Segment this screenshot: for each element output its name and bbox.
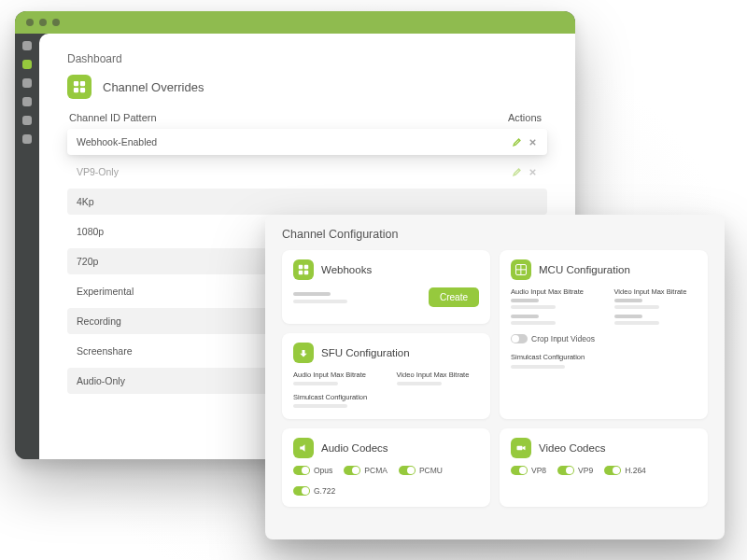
field-label: Simulcast Configuration — [511, 353, 697, 361]
table-row[interactable]: 4Kp — [67, 189, 547, 215]
card-video-codecs: Video Codecs VP8 VP9 H.264 — [500, 428, 708, 507]
table-row[interactable]: Webhook-Enabled — [67, 129, 547, 155]
window-dot — [26, 19, 34, 26]
codec-toggle[interactable]: VP8 — [511, 466, 546, 475]
field-label: Video Input Max Bitrate — [614, 287, 698, 296]
rail-item[interactable] — [22, 78, 32, 88]
svg-rect-4 — [299, 265, 303, 270]
section-title: Channel Overrides — [103, 80, 204, 94]
edit-icon[interactable] — [512, 137, 522, 147]
sfu-icon — [293, 343, 314, 363]
svg-rect-8 — [517, 446, 523, 451]
svg-rect-0 — [74, 81, 78, 86]
svg-rect-7 — [304, 271, 309, 275]
row-label: 1080p — [77, 226, 104, 237]
row-label: 4Kp — [77, 196, 94, 207]
row-label: 720p — [77, 256, 98, 267]
toggle-label: Crop Input Videos — [531, 334, 595, 343]
crop-toggle[interactable]: Crop Input Videos — [511, 334, 697, 343]
card-title: Video Codecs — [539, 442, 605, 454]
close-icon[interactable] — [528, 167, 538, 177]
table-row[interactable]: VP9-Only — [67, 159, 547, 185]
section-icon — [67, 75, 92, 99]
card-sfu: SFU Configuration Audio Input Max Bitrat… — [282, 333, 490, 419]
codec-toggle[interactable]: Opus — [293, 466, 332, 475]
row-label: Audio-Only — [77, 375, 125, 386]
card-title: SFU Configuration — [321, 347, 410, 358]
codec-toggle[interactable]: VP9 — [557, 466, 593, 475]
camera-icon — [511, 438, 531, 458]
breadcrumb: Dashboard — [67, 52, 547, 65]
speaker-icon — [293, 438, 314, 458]
field-label: Video Input Max Bitrate — [397, 371, 480, 379]
rail-item[interactable] — [22, 134, 32, 144]
create-button[interactable]: Create — [429, 287, 479, 307]
titlebar — [15, 11, 575, 34]
rail-item-active[interactable] — [22, 60, 32, 69]
row-label: Experimental — [77, 286, 134, 297]
rail-item[interactable] — [22, 41, 32, 50]
mcu-icon — [511, 259, 531, 280]
codec-toggle[interactable]: H.264 — [604, 466, 646, 475]
close-icon[interactable] — [528, 137, 538, 147]
card-title: Audio Codecs — [321, 442, 388, 454]
codec-toggle[interactable]: PCMA — [344, 466, 388, 475]
col-pattern: Channel ID Pattern — [69, 112, 157, 123]
row-label: Screenshare — [77, 345, 133, 357]
window-dot — [39, 19, 47, 26]
card-title: Webhooks — [321, 264, 372, 275]
codec-toggle[interactable]: G.722 — [293, 486, 335, 496]
field-label: Audio Input Max Bitrate — [293, 371, 376, 379]
field-label: Audio Input Max Bitrate — [511, 287, 594, 296]
card-mcu: MCU Configuration Audio Input Max Bitrat… — [500, 250, 708, 419]
card-webhooks: Webhooks Create — [282, 250, 490, 324]
row-label: Recording — [77, 315, 121, 327]
toggle-off-icon — [511, 334, 528, 343]
svg-rect-5 — [304, 265, 309, 270]
svg-rect-2 — [74, 88, 78, 92]
rail-item[interactable] — [22, 97, 32, 106]
panel-title: Channel Configuration — [282, 228, 708, 241]
codec-toggle[interactable]: PCMU — [399, 466, 443, 475]
svg-rect-1 — [80, 81, 85, 86]
channel-config-panel: Channel Configuration Webhooks Create — [265, 215, 725, 539]
nav-rail — [15, 34, 39, 459]
row-label: VP9-Only — [77, 166, 119, 177]
field-label: Simulcast Configuration — [293, 393, 479, 401]
webhooks-icon — [293, 259, 314, 280]
rail-item[interactable] — [22, 116, 32, 125]
row-label: Webhook-Enabled — [77, 136, 157, 147]
svg-rect-3 — [80, 88, 85, 92]
card-audio-codecs: Audio Codecs Opus PCMA PCMU G.722 — [282, 428, 490, 507]
table-header: Channel ID Pattern Actions — [67, 112, 547, 129]
edit-icon[interactable] — [512, 167, 522, 177]
window-dot — [52, 19, 60, 26]
card-title: MCU Configuration — [539, 264, 630, 275]
svg-rect-6 — [299, 271, 303, 275]
col-actions: Actions — [508, 112, 542, 123]
